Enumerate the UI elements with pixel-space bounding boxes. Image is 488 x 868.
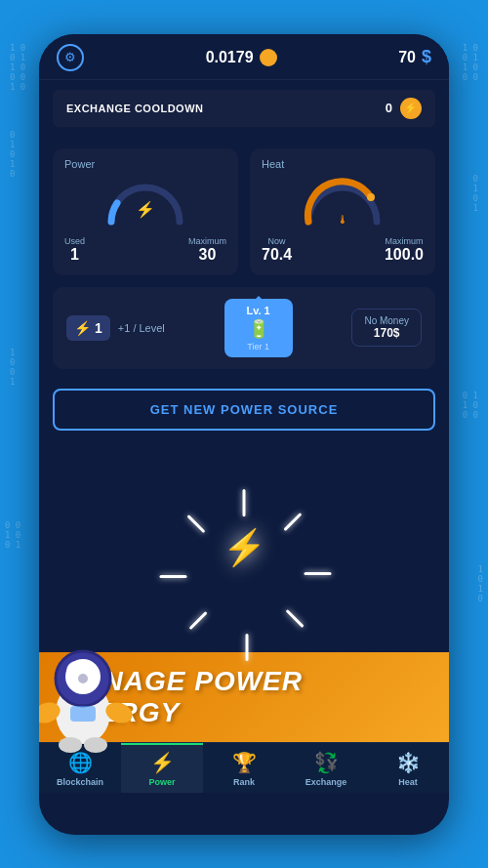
heat-gauge-card: Heat 🌡: [250, 148, 435, 275]
no-money-price: 170$: [364, 326, 409, 340]
heat-max-label: Maximum: [385, 236, 424, 246]
heat-max-group: Maximum 100.0: [385, 236, 424, 264]
power-max-value: 30: [188, 246, 226, 264]
cooldown-label: EXCHANGE COOLDOWN: [66, 103, 204, 114]
nav-heat[interactable]: ❄️ Heat: [367, 743, 449, 793]
nav-blockchain-label: Blockchain: [57, 777, 103, 787]
svg-point-8: [59, 737, 82, 753]
main-content: EXCHANGE COOLDOWN 0 ⚡ Power: [39, 80, 449, 793]
power-nav-icon: ⚡: [150, 751, 175, 774]
astronaut-svg: [39, 620, 146, 757]
cooldown-bar: EXCHANGE COOLDOWN 0 ⚡: [53, 90, 435, 127]
get-power-button[interactable]: GET NEW POWER SOURCE: [53, 389, 435, 431]
coin-amount-display: 0.0179: [206, 49, 277, 66]
ps-lightning-value: 1: [95, 320, 102, 336]
power-title: Power: [64, 158, 226, 170]
power-used-value: 1: [64, 246, 85, 264]
level-text: Lv. 1: [236, 305, 281, 316]
heat-now-group: Now 70.4: [262, 236, 292, 264]
battery-icon: 🔋: [236, 318, 281, 340]
ps-plus-level: +1 / Level: [118, 322, 165, 334]
svg-rect-11: [70, 706, 96, 722]
power-gauge-wrapper: ⚡ Used 1 Maximum 30: [64, 178, 226, 264]
coin-icon: [260, 49, 277, 66]
get-power-section: GET NEW POWER SOURCE: [39, 381, 449, 444]
power-source-card: ⚡ 1 +1 / Level Lv. 1 🔋 Tier 1 No Money 1…: [53, 287, 435, 369]
no-money-badge: No Money 170$: [351, 309, 422, 347]
svg-point-9: [84, 737, 107, 753]
gauges-section: Power ⚡ Used 1: [39, 137, 449, 287]
nav-power-label: Power: [148, 777, 175, 787]
nav-rank[interactable]: 🏆 Rank: [203, 743, 285, 793]
status-bar: ⚙ 0.0179 70 $: [39, 34, 449, 80]
nav-exchange[interactable]: 💱 Exchange: [285, 743, 367, 793]
gear-icon[interactable]: ⚙: [57, 44, 84, 71]
heat-gauge: 🌡: [299, 178, 386, 227]
power-used-label: Used: [64, 236, 85, 246]
exchange-icon: 💱: [314, 751, 339, 774]
lightning-burst: ⚡: [185, 489, 303, 606]
dollar-icon: $: [422, 47, 431, 67]
power-values: Used 1 Maximum 30: [64, 236, 226, 264]
power-used-group: Used 1: [64, 236, 85, 264]
heat-now-value: 70.4: [262, 246, 292, 264]
ps-lightning-item: ⚡ 1 +1 / Level: [66, 315, 165, 341]
heat-now-label: Now: [262, 236, 292, 246]
credits-display: 70 $: [398, 47, 431, 67]
heat-thermo-icon: 🌡: [337, 213, 348, 227]
phone-frame: ⚙ 0.0179 70 $ EXCHANGE COOLDOWN 0 ⚡ Powe…: [39, 34, 449, 835]
heat-nav-icon: ❄️: [396, 751, 421, 774]
svg-point-0: [367, 193, 375, 201]
lightning-center-icon: ⚡: [223, 527, 266, 568]
no-money-label: No Money: [364, 315, 409, 326]
coin-value: 0.0179: [206, 49, 254, 66]
heat-values: Now 70.4 Maximum 100.0: [262, 236, 424, 264]
power-gauge: ⚡: [102, 178, 189, 227]
cooldown-right: 0 ⚡: [386, 98, 422, 119]
power-max-label: Maximum: [188, 236, 226, 246]
tier-text: Tier 1: [236, 342, 281, 351]
svg-point-5: [78, 674, 88, 683]
power-lightning-icon: ⚡: [136, 200, 155, 219]
level-badge[interactable]: Lv. 1 🔋 Tier 1: [224, 299, 293, 357]
power-max-group: Maximum 30: [188, 236, 226, 264]
heat-max-value: 100.0: [385, 246, 424, 264]
timer-icon: ⚡: [400, 98, 422, 119]
power-source-section: ⚡ 1 +1 / Level Lv. 1 🔋 Tier 1 No Money 1…: [39, 287, 449, 381]
nav-rank-label: Rank: [233, 777, 255, 787]
ps-lightning-icon: ⚡: [74, 320, 91, 336]
heat-gauge-wrapper: 🌡 Now 70.4 Maximum 100.0: [262, 178, 424, 264]
heat-title: Heat: [262, 158, 424, 170]
nav-heat-label: Heat: [398, 777, 418, 787]
rank-icon: 🏆: [232, 751, 257, 774]
astronaut-character: [39, 620, 146, 757]
ps-lightning-badge: ⚡ 1: [66, 315, 110, 341]
power-gauge-card: Power ⚡ Used 1: [53, 148, 238, 275]
nav-exchange-label: Exchange: [305, 777, 347, 787]
credits-value: 70: [398, 49, 416, 66]
cooldown-value: 0: [386, 101, 392, 115]
